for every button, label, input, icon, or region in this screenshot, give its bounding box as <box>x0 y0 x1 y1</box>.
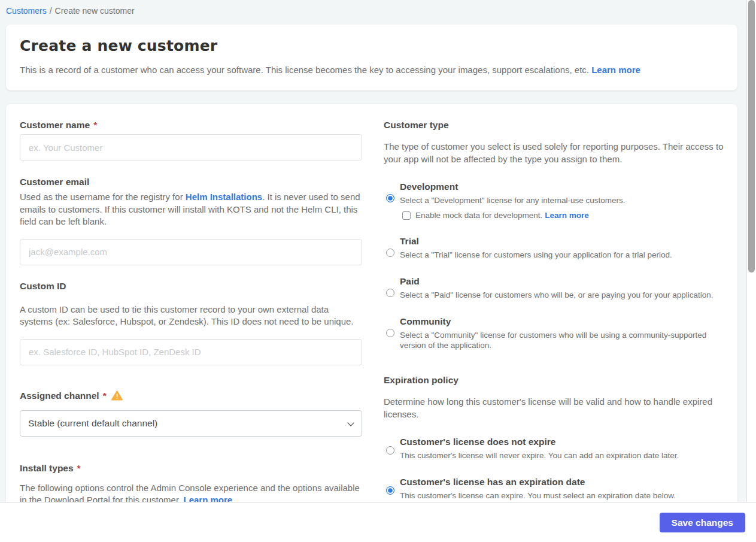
required-asterisk: * <box>77 463 81 474</box>
page: Customers/Create new customer Create a n… <box>6 0 737 531</box>
has-expiration-title: Customer's license has an expiration dat… <box>400 477 726 488</box>
custom-id-label: Custom ID <box>20 281 362 292</box>
assigned-channel-label: Assigned channel * <box>20 390 362 401</box>
community-radio[interactable] <box>386 329 394 337</box>
customer-name-label-text: Customer name <box>20 120 90 131</box>
customer-form-card: Customer name * Customer email Used as t… <box>6 104 737 531</box>
trial-radio[interactable] <box>386 249 394 257</box>
trial-option-body: Trial Select a "Trial" license for custo… <box>400 236 726 260</box>
customer-email-desc-pre: Used as the username for the registry fo… <box>20 192 186 202</box>
custom-id-label-text: Custom ID <box>20 281 66 292</box>
form-left-column: Customer name * Customer email Used as t… <box>20 120 362 507</box>
community-description: Select a "Community" license for custome… <box>400 330 726 350</box>
customer-email-input[interactable] <box>20 239 362 265</box>
paid-title: Paid <box>400 276 726 287</box>
development-title: Development <box>400 181 726 192</box>
header-learn-more-link[interactable]: Learn more <box>591 65 640 75</box>
customer-type-label: Customer type <box>384 120 726 131</box>
customer-type-option-development: Development Select a "Development" licen… <box>384 181 726 220</box>
community-option-body: Community Select a "Community" license f… <box>400 316 726 350</box>
save-changes-button[interactable]: Save changes <box>660 513 745 532</box>
customer-email-label: Customer email <box>20 177 362 187</box>
trial-title: Trial <box>400 236 726 247</box>
development-option-body: Development Select a "Development" licen… <box>400 181 726 220</box>
header-description: This is a record of a customer who can a… <box>20 64 724 76</box>
customer-name-label: Customer name * <box>20 120 362 131</box>
mock-data-checkbox-label: Enable mock data for development. Learn … <box>415 211 589 220</box>
has-expiration-option-body: Customer's license has an expiration dat… <box>400 477 726 501</box>
install-types-label-text: Install types <box>20 463 74 474</box>
expiration-policy-description: Determine how long this customer's licen… <box>384 396 726 420</box>
header-description-text: This is a record of a customer who can a… <box>20 65 589 75</box>
page-title: Create a new customer <box>20 37 724 54</box>
custom-id-input[interactable] <box>20 339 362 365</box>
no-expire-option-body: Customer's license does not expire This … <box>400 437 726 461</box>
header-card: Create a new customer This is a record o… <box>6 25 737 90</box>
breadcrumb-separator: / <box>50 6 52 16</box>
customer-type-description: The type of customer you select is used … <box>384 141 726 165</box>
mock-data-label-text: Enable mock data for development. <box>415 211 542 220</box>
expiration-option-has-date: Customer's license has an expiration dat… <box>384 477 726 501</box>
customer-type-option-trial: Trial Select a "Trial" license for custo… <box>384 236 726 260</box>
trial-description: Select a "Trial" license for customers u… <box>400 250 726 260</box>
paid-option-body: Paid Select a "Paid" license for custome… <box>400 276 726 300</box>
mock-data-checkbox-row: Enable mock data for development. Learn … <box>402 211 726 220</box>
paid-radio[interactable] <box>386 289 394 297</box>
customer-email-label-text: Customer email <box>20 177 89 187</box>
assigned-channel-label-text: Assigned channel <box>20 390 99 401</box>
has-expiration-radio[interactable] <box>386 486 394 495</box>
required-asterisk: * <box>103 390 107 401</box>
community-title: Community <box>400 316 726 327</box>
breadcrumb-current: Create new customer <box>55 6 135 16</box>
expiration-option-no-expire: Customer's license does not expire This … <box>384 437 726 461</box>
required-asterisk: * <box>93 120 97 131</box>
no-expire-radio[interactable] <box>386 446 394 455</box>
no-expire-description: This customer's license will never expir… <box>400 450 726 461</box>
expiration-policy-label: Expiration policy <box>384 375 726 386</box>
paid-description: Select a "Paid" license for customers wh… <box>400 290 726 300</box>
customer-type-option-paid: Paid Select a "Paid" license for custome… <box>384 276 726 300</box>
no-expire-title: Customer's license does not expire <box>400 437 726 447</box>
customer-type-option-community: Community Select a "Community" license f… <box>384 316 726 350</box>
customer-email-description: Used as the username for the registry fo… <box>20 191 362 228</box>
has-expiration-description: This customer's license can expire. You … <box>400 490 726 501</box>
assigned-channel-select[interactable]: Stable (current default channel) <box>20 410 362 437</box>
sticky-footer: Save changes <box>0 502 756 542</box>
vertical-scrollbar-thumb[interactable] <box>748 0 755 272</box>
breadcrumb: Customers/Create new customer <box>6 0 737 16</box>
development-radio[interactable] <box>386 194 394 202</box>
mock-data-checkbox[interactable] <box>402 211 411 220</box>
warning-triangle-icon <box>111 390 123 401</box>
custom-id-description: A custom ID can be used to tie this cust… <box>20 304 362 328</box>
customer-name-input[interactable] <box>20 134 362 161</box>
helm-installations-link[interactable]: Helm Installations <box>186 192 262 202</box>
breadcrumb-customers-link[interactable]: Customers <box>6 6 47 16</box>
vertical-scrollbar-track[interactable] <box>746 0 756 502</box>
form-right-column: Customer type The type of customer you s… <box>384 120 726 507</box>
install-types-label: Install types * <box>20 463 362 474</box>
mock-data-learn-more-link[interactable]: Learn more <box>545 211 589 220</box>
assigned-channel-select-wrap: Stable (current default channel) <box>20 410 362 437</box>
development-description: Select a "Development" license for any i… <box>400 195 726 205</box>
